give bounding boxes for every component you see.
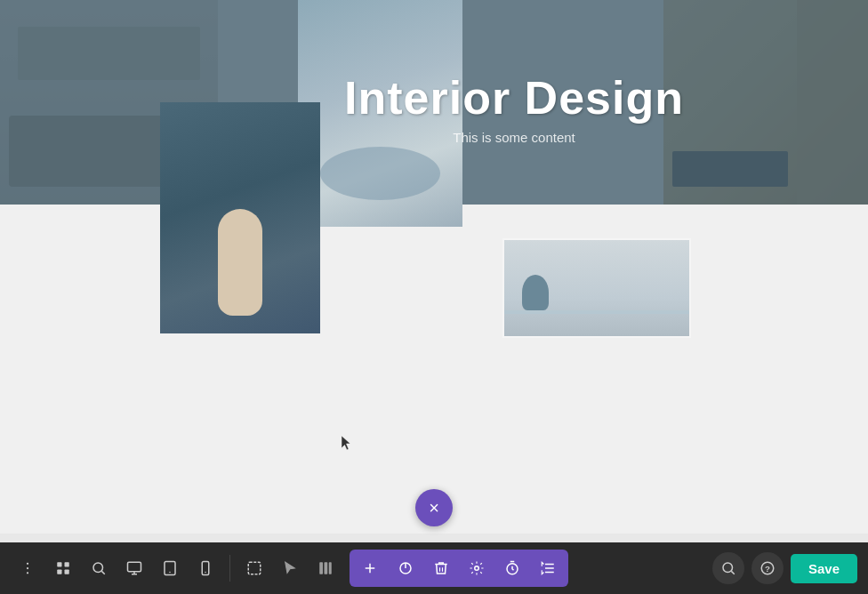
svg-rect-4 bbox=[65, 562, 69, 566]
zoom-icon bbox=[91, 560, 107, 576]
desktop-button[interactable] bbox=[117, 551, 151, 585]
pointer-icon bbox=[282, 560, 298, 576]
chair-image bbox=[298, 0, 462, 227]
settings-icon bbox=[469, 560, 485, 576]
shelf-image bbox=[504, 240, 689, 336]
help-icon: ? bbox=[760, 560, 776, 576]
svg-rect-5 bbox=[57, 570, 61, 574]
select-button[interactable] bbox=[237, 551, 271, 585]
sort-button[interactable] bbox=[531, 551, 565, 585]
floating-close-button[interactable]: × bbox=[415, 489, 453, 526]
power-button[interactable] bbox=[389, 551, 422, 585]
zoom-button[interactable] bbox=[82, 551, 116, 585]
sort-icon bbox=[540, 560, 556, 576]
tablet-button[interactable] bbox=[153, 551, 187, 585]
grid-icon bbox=[55, 560, 71, 576]
svg-point-13 bbox=[169, 572, 171, 574]
bottom-toolbar: ? Save bbox=[0, 542, 868, 594]
collage-section: Interior Design This is some content bbox=[0, 0, 868, 347]
save-button[interactable]: Save bbox=[791, 554, 857, 583]
photo-vase[interactable] bbox=[160, 102, 320, 333]
menu-icon bbox=[20, 560, 36, 576]
mobile-icon bbox=[197, 560, 213, 576]
toolbar-left-group bbox=[11, 551, 222, 585]
desktop-icon bbox=[126, 560, 142, 576]
svg-rect-19 bbox=[329, 562, 332, 574]
help-button[interactable]: ? bbox=[751, 552, 784, 584]
timer-icon bbox=[504, 560, 520, 576]
svg-line-31 bbox=[731, 571, 734, 574]
toolbar-right-group: ? Save bbox=[712, 552, 857, 584]
svg-rect-6 bbox=[65, 570, 69, 574]
columns-icon bbox=[317, 560, 334, 576]
cursor bbox=[342, 436, 352, 452]
svg-point-24 bbox=[475, 566, 479, 571]
menu-button[interactable] bbox=[11, 551, 44, 585]
vase-image bbox=[160, 102, 320, 333]
svg-rect-16 bbox=[248, 562, 261, 574]
svg-text:?: ? bbox=[765, 564, 770, 574]
canvas-area: Interior Design This is some content bbox=[0, 0, 868, 534]
svg-point-0 bbox=[27, 563, 28, 565]
svg-point-15 bbox=[205, 572, 206, 574]
grid-view-button[interactable] bbox=[46, 551, 80, 585]
select-icon bbox=[246, 560, 262, 576]
search-circle-icon bbox=[720, 560, 736, 576]
svg-rect-18 bbox=[325, 562, 328, 574]
power-icon bbox=[398, 560, 414, 576]
tablet-icon bbox=[162, 560, 178, 576]
svg-point-7 bbox=[93, 563, 103, 573]
trash-icon bbox=[433, 560, 449, 576]
add-button[interactable] bbox=[353, 551, 387, 585]
divider-1 bbox=[229, 555, 230, 582]
timer-button[interactable] bbox=[495, 551, 529, 585]
mobile-button[interactable] bbox=[189, 551, 222, 585]
svg-rect-9 bbox=[128, 562, 141, 572]
pointer-button[interactable] bbox=[273, 551, 307, 585]
svg-rect-3 bbox=[57, 562, 61, 566]
settings-button[interactable] bbox=[460, 551, 494, 585]
svg-line-8 bbox=[101, 571, 104, 574]
add-icon bbox=[362, 560, 378, 576]
photo-center-chair[interactable] bbox=[298, 0, 462, 227]
columns-button[interactable] bbox=[309, 551, 342, 585]
search-circle-button[interactable] bbox=[712, 552, 744, 584]
svg-point-2 bbox=[27, 572, 28, 574]
toolbar-purple-group bbox=[350, 550, 568, 587]
delete-button[interactable] bbox=[424, 551, 458, 585]
close-icon: × bbox=[429, 499, 439, 517]
photo-shelf[interactable] bbox=[502, 238, 691, 338]
svg-point-30 bbox=[723, 563, 733, 573]
svg-point-1 bbox=[27, 567, 28, 569]
svg-rect-17 bbox=[319, 562, 323, 574]
toolbar-middle-group bbox=[237, 551, 342, 585]
